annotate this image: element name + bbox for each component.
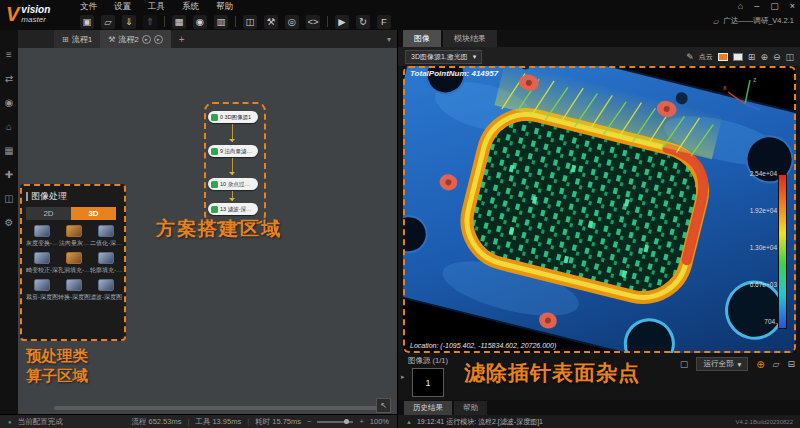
module-green-icon <box>211 148 218 155</box>
tab-3d[interactable]: 3D <box>71 207 116 220</box>
image-source-icon[interactable]: ▦ <box>172 15 186 29</box>
result-panel: 图像 模块结果 3D图像源1.激光图 ▾ ✎ 点云 ⊞ ⊕ ⊖ ◫ <box>397 30 800 428</box>
run-all-select[interactable]: 运行全部 ▾ <box>696 357 748 371</box>
tab-history-result[interactable]: 历史结果 <box>404 401 452 415</box>
draw-icon[interactable]: ✎ <box>686 52 694 62</box>
tab-help[interactable]: 帮助 <box>454 401 487 415</box>
zoom-in-button[interactable]: + <box>359 417 363 426</box>
color-swatch-orange[interactable] <box>718 53 728 61</box>
tools-icon[interactable]: ⚒ <box>264 15 278 29</box>
expand-arrow-icon[interactable]: ▸ <box>401 373 405 381</box>
menu-tools[interactable]: 工具 <box>148 1 165 13</box>
code-icon[interactable]: <> <box>306 15 320 29</box>
zoom-out-button[interactable]: − <box>307 417 311 426</box>
tab-2d[interactable]: 2D <box>26 207 71 220</box>
operator-gray-transform[interactable]: 灰度变换-… <box>26 225 58 248</box>
operator-panel: 图像处理 2D 3D 灰度变换-… 法向量灰… 二值化-深… 畸变校正-深… 孔… <box>20 184 126 341</box>
film-icon[interactable]: ▥ <box>214 15 228 29</box>
minimize-icon[interactable]: – <box>754 1 759 11</box>
zoom-slider[interactable] <box>317 421 353 423</box>
delete-button[interactable]: ⊟ <box>787 359 795 369</box>
zoom-out-icon[interactable]: ⊖ <box>773 52 781 62</box>
titlebar: V vision master 文件 设置 工具 系统 帮助 ⌂ – ▢ × ▣… <box>0 0 800 30</box>
image-thumbnail[interactable]: 1 <box>412 368 444 397</box>
camera-icon[interactable]: ◉ <box>5 98 14 108</box>
operator-normal-gray[interactable]: 法向量灰… <box>58 225 90 248</box>
open-folder-button[interactable]: ▱ <box>773 359 780 369</box>
chevron-down-icon[interactable]: ▾ <box>381 30 397 48</box>
variable-icon[interactable]: ▦ <box>4 146 13 156</box>
tab-module-result[interactable]: 模块结果 <box>443 30 497 47</box>
layout-icon[interactable]: ◫ <box>785 52 794 62</box>
import-icon[interactable]: ⇓ <box>122 15 136 29</box>
operator-contour-fill[interactable]: 轮廓填充-… <box>90 252 122 275</box>
image-source-select[interactable]: 3D图像源1.激光图 ▾ <box>405 50 482 64</box>
maximize-icon[interactable]: ▢ <box>770 1 779 11</box>
operator-binarize[interactable]: 二值化-深… <box>90 225 122 248</box>
axis-z-label: z <box>753 76 757 83</box>
capture-icon[interactable]: ▢ <box>680 359 689 369</box>
add-flow-button[interactable]: + <box>171 30 193 48</box>
image-filmstrip: 图像源 (1/1) ▸ 1 滤除插针表面杂点 ▢ 运行全部 ▾ ⊕ ▱ ⊟ <box>398 353 800 400</box>
operator-convert-depth[interactable]: 转换-深度图 <box>58 279 90 302</box>
run-loop-icon[interactable]: ↻ <box>356 15 370 29</box>
locate-button[interactable]: ↖ <box>376 398 391 413</box>
flow-node-normal-filter[interactable]: 9 法向量滤… <box>208 145 258 157</box>
run-once-icon[interactable]: ▶ <box>335 15 349 29</box>
divider: | <box>187 417 189 426</box>
image-source-counter: 图像源 (1/1) <box>408 356 448 366</box>
script-icon[interactable]: ✚ <box>5 170 13 180</box>
viewer-tab-bar: 图像 模块结果 <box>398 30 800 47</box>
io-icon[interactable]: ⇄ <box>5 74 13 84</box>
menu-settings[interactable]: 设置 <box>114 1 131 13</box>
operator-filter-depth[interactable]: 滤波-深度图 <box>90 279 122 302</box>
module-icon[interactable]: ◫ <box>243 15 257 29</box>
run-once-button[interactable]: ▸ <box>142 35 151 44</box>
operator-crop-depth[interactable]: 裁剪-深度图 <box>26 279 58 302</box>
flow-node-depth-filter[interactable]: 13 滤波-深… <box>208 203 258 215</box>
axis-triad-icon: x z <box>720 74 770 116</box>
format-icon[interactable]: F <box>377 15 391 29</box>
tab-flow-1[interactable]: ⊞ 流程1 <box>54 30 100 48</box>
run-all-label: 运行全部 <box>703 359 733 369</box>
tab-flow-2[interactable]: ⚒ 流程2 ▸ ▸ <box>100 30 171 48</box>
menu-file[interactable]: 文件 <box>80 1 97 13</box>
add-image-button[interactable]: ⊕ <box>756 359 764 370</box>
open-icon[interactable]: ▱ <box>101 15 115 29</box>
flow-canvas[interactable]: 0 3D图像源1 9 法向量滤… 10 杂点过… 13 滤波-深… 方案搭建区域 <box>18 48 397 414</box>
flow-node-noise-filter[interactable]: 10 杂点过… <box>208 178 258 190</box>
color-swatch-white[interactable] <box>733 53 743 61</box>
tab-flow-2-label: 流程2 <box>118 34 138 45</box>
tab-image[interactable]: 图像 <box>403 30 441 47</box>
settings-icon[interactable]: ⚙ <box>5 218 14 228</box>
workflow-icon[interactable]: ≡ <box>6 50 12 60</box>
save-icon[interactable]: ▣ <box>80 15 94 29</box>
display-icon[interactable]: ◫ <box>4 194 13 204</box>
toolbar-divider <box>235 16 236 27</box>
image-source-value: 3D图像源1.激光图 <box>411 52 468 62</box>
close-icon[interactable]: × <box>790 1 795 11</box>
toolbar-divider <box>327 16 328 27</box>
export-icon[interactable]: ⇑ <box>143 15 157 29</box>
operator-hole-fill[interactable]: 孔洞填充-… <box>58 252 90 275</box>
operator-panel-header: 图像处理 <box>26 190 120 203</box>
flow-node-image-source[interactable]: 0 3D图像源1 <box>208 111 258 123</box>
total-point-num: TotalPointNum: 414957 <box>410 69 498 78</box>
menu-system[interactable]: 系统 <box>182 1 199 13</box>
home-icon[interactable]: ⌂ <box>738 1 743 11</box>
run-continuous-button[interactable]: ▸ <box>154 35 163 44</box>
operator-distortion-correct[interactable]: 畸变校正-深… <box>26 252 58 275</box>
comm-icon[interactable]: ⌂ <box>6 122 12 132</box>
zoom-in-icon[interactable]: ⊕ <box>760 52 768 62</box>
slider-knob[interactable] <box>344 419 349 424</box>
global-icon[interactable]: ◎ <box>285 15 299 29</box>
horizontal-scrollbar[interactable] <box>54 406 390 410</box>
status-bar: ● 当前配置完成 流程 652.53ms | 工具 13.95ms | 耗时 1… <box>0 414 397 428</box>
metric-flow-time: 流程 652.53ms <box>131 417 181 427</box>
pointcloud-viewport[interactable]: TotalPointNum: 414957 Location: (-1095.4… <box>403 66 796 353</box>
fit-view-icon[interactable]: ⊞ <box>748 52 756 62</box>
menu-help[interactable]: 帮助 <box>216 1 233 13</box>
camera-icon[interactable]: ◉ <box>193 15 207 29</box>
filmstrip-actions: ▢ 运行全部 ▾ ⊕ ▱ ⊟ <box>680 357 795 371</box>
flow-icon: ⊞ <box>62 35 69 44</box>
